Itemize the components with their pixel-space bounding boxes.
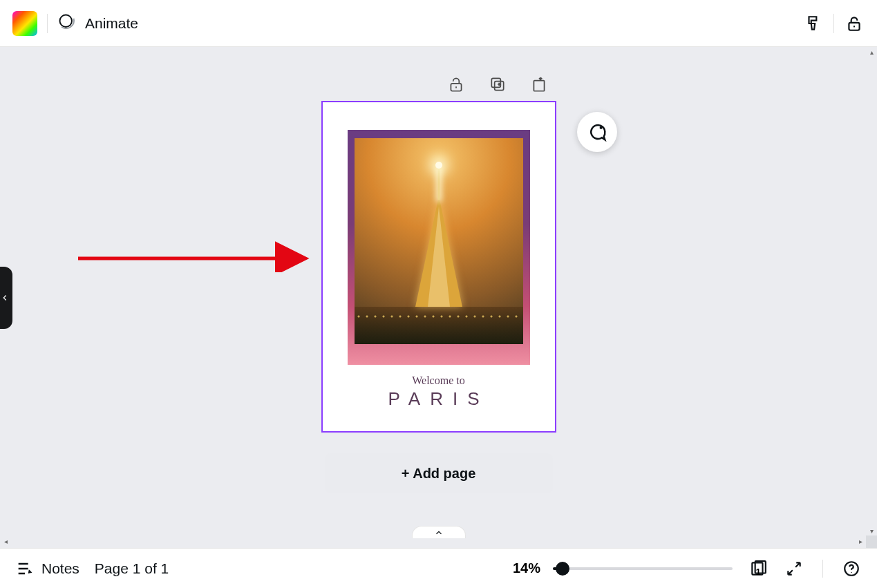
- canvas-page-1[interactable]: Welcome to PARIS: [321, 101, 556, 433]
- animate-button[interactable]: Animate: [57, 12, 138, 35]
- side-panel-expand-tab[interactable]: [0, 267, 12, 329]
- svg-point-0: [60, 15, 73, 27]
- poster-title-text[interactable]: PARIS: [388, 388, 489, 410]
- poster-frame[interactable]: [348, 130, 530, 365]
- poster-text-block[interactable]: Welcome to PARIS: [388, 374, 489, 410]
- canvas-wrapper: Welcome to PARIS + Add page: [321, 101, 556, 493]
- fullscreen-button[interactable]: [784, 558, 804, 579]
- copy-style-button[interactable]: [803, 13, 824, 34]
- document-colors-button[interactable]: [12, 11, 37, 36]
- scroll-left-icon[interactable]: ◂: [1, 537, 10, 545]
- grid-count-label: 1: [755, 567, 760, 577]
- add-page-above-button[interactable]: [529, 75, 549, 94]
- zoom-controls: 14%: [513, 560, 733, 576]
- annotation-arrow: [24, 217, 321, 272]
- add-comment-button[interactable]: [577, 112, 617, 152]
- duplicate-page-button[interactable]: [488, 75, 507, 94]
- add-page-button[interactable]: + Add page: [325, 453, 553, 493]
- animate-label: Animate: [85, 15, 138, 32]
- page-controls: [446, 75, 549, 94]
- editor-workspace: Welcome to PARIS + Add page ▴ ▾ ◂ ▸: [0, 47, 877, 548]
- top-toolbar: Animate: [0, 0, 877, 47]
- scroll-corner: [866, 535, 877, 548]
- bottom-bar: Notes Page 1 of 1 14% 1: [0, 548, 877, 588]
- svg-rect-5: [534, 81, 544, 91]
- zoom-percentage[interactable]: 14%: [513, 560, 540, 576]
- notes-label: Notes: [41, 560, 79, 577]
- separator: [47, 14, 48, 33]
- page-strip-expand-tab[interactable]: [412, 526, 466, 538]
- zoom-slider-thumb[interactable]: [556, 562, 569, 576]
- grid-view-button[interactable]: 1: [748, 558, 768, 579]
- svg-point-10: [851, 571, 852, 573]
- separator: [822, 560, 823, 578]
- page-counter[interactable]: Page 1 of 1: [95, 560, 169, 577]
- separator: [833, 14, 834, 33]
- lock-button[interactable]: [844, 13, 865, 34]
- help-button[interactable]: [841, 558, 862, 579]
- zoom-slider[interactable]: [553, 562, 733, 576]
- svg-rect-3: [491, 78, 500, 87]
- scroll-right-icon[interactable]: ▸: [856, 537, 865, 545]
- poster-welcome-text[interactable]: Welcome to: [388, 374, 489, 387]
- scroll-up-icon[interactable]: ▴: [867, 48, 876, 56]
- vertical-scrollbar[interactable]: ▴ ▾: [866, 47, 877, 535]
- scroll-down-icon[interactable]: ▾: [867, 527, 876, 535]
- animate-icon: [57, 12, 77, 35]
- page-lock-button[interactable]: [446, 75, 466, 94]
- notes-button[interactable]: Notes: [15, 559, 79, 578]
- poster-photo-eiffel-tower[interactable]: [355, 138, 523, 344]
